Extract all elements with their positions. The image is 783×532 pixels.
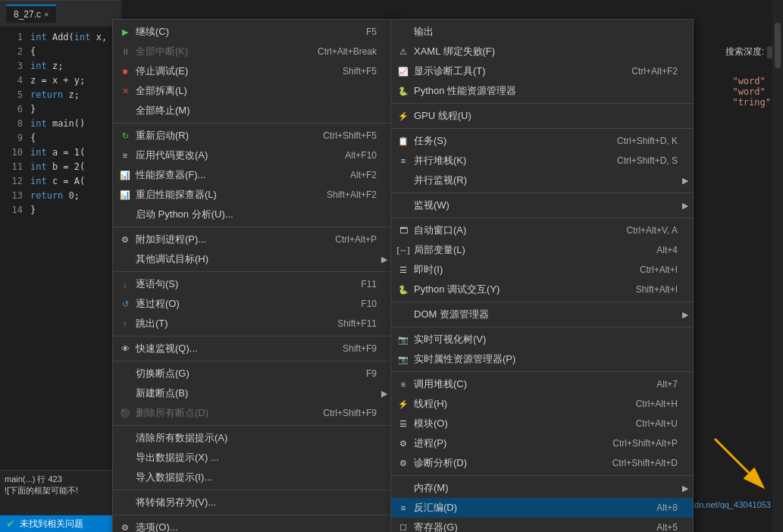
- code-editor[interactable]: int Add(int x, { int z; z = x + y; retur…: [27, 27, 125, 217]
- menu-item-callstack[interactable]: ≡ 调用堆栈(C) Alt+7: [391, 374, 693, 394]
- tab-close-button[interactable]: ×: [44, 10, 49, 19]
- menu-item-step-into[interactable]: ↓ 逐语句(S) F11: [113, 274, 392, 294]
- menu-label: Python 调试交互(Y): [414, 283, 606, 296]
- menu-item-memory[interactable]: 内存(M) ▶: [391, 478, 693, 498]
- modules-icon: ☰: [397, 418, 409, 430]
- gpu-icon: ⚡: [397, 110, 409, 122]
- menu-item-quickwatch[interactable]: 👁 快速监视(Q)... Shift+F9: [113, 339, 392, 358]
- menu-item-continue[interactable]: ▶ 继续(C) F5: [113, 22, 392, 42]
- menu-label: 其他调试目标(H): [136, 252, 377, 266]
- python-prof-icon: [119, 208, 131, 221]
- menu-item-save-dump[interactable]: 将转储另存为(V)...: [113, 493, 392, 512]
- menu-label: 调用堆栈(C): [414, 377, 626, 391]
- editor-background: 8_27.c × 1 2 3 4 5 6 8 9 10 11 12 13 14 …: [0, 0, 121, 532]
- stop-icon: ■: [119, 65, 131, 77]
- tab-item-file[interactable]: 8_27.c ×: [6, 5, 56, 23]
- menu-item-apply-code[interactable]: ≡ 应用代码更改(A) Alt+F10: [113, 146, 392, 165]
- menu-shortcut: Alt+8: [656, 502, 678, 513]
- arrow-svg: [707, 431, 768, 492]
- menu-shortcut: Shift+Alt+I: [636, 284, 678, 295]
- export-dt-icon: [119, 452, 131, 464]
- menu-label: 线程(H): [414, 397, 606, 411]
- menu-label: DOM 资源管理器: [414, 308, 678, 321]
- tasks-icon: 📋: [397, 135, 409, 147]
- menu-item-perf-profiler[interactable]: 📊 性能探查器(F)... Alt+F2: [113, 165, 392, 185]
- menu-item-diagnostic-analysis[interactable]: ⚙ 诊断分析(D) Ctrl+Shift+Alt+D: [391, 453, 693, 473]
- menu-label: 启动 Python 分析(U)...: [136, 208, 377, 221]
- menu-item-python-debug[interactable]: 🐍 Python 调试交互(Y) Shift+Alt+I: [391, 280, 693, 299]
- menu-item-processes[interactable]: ⚙ 进程(P) Ctrl+Shift+Alt+P: [391, 433, 693, 453]
- menu-item-restart-profiler[interactable]: 📊 重启性能探查器(L) Shift+Alt+F2: [113, 185, 392, 205]
- xaml-icon: ⚠: [397, 45, 409, 58]
- menu-item-export-datatips[interactable]: 导出数据提示(X) ...: [113, 448, 392, 468]
- menu-item-tasks[interactable]: 📋 任务(S) Ctrl+Shift+D, K: [391, 131, 693, 151]
- menu-label: 全部终止(M): [136, 104, 377, 117]
- menu-item-diag-tools[interactable]: 📈 显示诊断工具(T) Ctrl+Alt+F2: [391, 61, 693, 81]
- autos-icon: 🗔: [397, 224, 409, 236]
- menu-item-parallel-stacks[interactable]: ≡ 并行堆栈(K) Ctrl+Shift+D, S: [391, 151, 693, 171]
- menu-label: 局部变量(L): [414, 243, 626, 257]
- menu-item-modules[interactable]: ☰ 模块(O) Ctrl+Alt+U: [391, 414, 693, 433]
- import-dt-icon: [119, 471, 131, 483]
- disasm-icon: ≡: [397, 502, 409, 514]
- menu-item-detach-all[interactable]: ✕ 全部拆离(L): [113, 81, 392, 101]
- menu-item-gpu-threads[interactable]: ⚡ GPU 线程(U): [391, 106, 693, 126]
- menu-item-threads[interactable]: ⚡ 线程(H) Ctrl+Alt+H: [391, 394, 693, 414]
- menu-item-dom-explorer[interactable]: DOM 资源管理器 ▶: [391, 305, 693, 324]
- menu-shortcut: Shift+F11: [337, 318, 377, 329]
- menu-shortcut: F9: [366, 368, 377, 379]
- restart-prof-icon: 📊: [119, 189, 131, 201]
- menu-item-live-tree[interactable]: 📷 实时可视化树(V): [391, 330, 693, 349]
- menu-item-locals[interactable]: [↔] 局部变量(L) Alt+4: [391, 240, 693, 260]
- separator: [391, 327, 693, 327]
- menu-item-registers[interactable]: ☐ 寄存器(G) Alt+5: [391, 518, 693, 532]
- restart-icon: ↻: [119, 130, 131, 142]
- menu-item-immediate[interactable]: ☰ 即时(I) Ctrl+Alt+I: [391, 260, 693, 280]
- menu-item-attach-process[interactable]: ⚙ 附加到进程(P)... Ctrl+Alt+P: [113, 230, 392, 249]
- menu-item-options[interactable]: ⚙ 选项(O)...: [113, 518, 392, 532]
- menu-shortcut: Alt+5: [656, 522, 678, 532]
- scroll-thumb[interactable]: [775, 23, 781, 68]
- clear-dt-icon: [119, 432, 131, 444]
- menu-item-new-bp[interactable]: 新建断点(B) ▶: [113, 383, 392, 403]
- menu-label: 反汇编(D): [414, 501, 626, 515]
- code-line: int a = 1(: [27, 146, 125, 160]
- menu-item-restart[interactable]: ↻ 重新启动(R) Ctrl+Shift+F5: [113, 126, 392, 146]
- menu-item-terminate-all[interactable]: 全部终止(M): [113, 101, 392, 120]
- menu-label: 监视(W): [414, 199, 678, 212]
- menu-label: 实时可视化树(V): [414, 333, 678, 346]
- menu-item-xaml-binding[interactable]: ⚠ XAML 绑定失败(F): [391, 42, 693, 61]
- menu-item-stop-debug[interactable]: ■ 停止调试(E) Shift+F5: [113, 61, 392, 81]
- menu-label: 自动窗口(A): [414, 224, 596, 237]
- scrollbar[interactable]: [772, 0, 783, 532]
- menu-label: 性能探查器(F)...: [136, 168, 320, 182]
- menu-shortcut: Ctrl+Shift+F9: [323, 408, 377, 418]
- diag-icon: 📈: [397, 65, 409, 77]
- menu-item-delete-all-bp[interactable]: ⚫ 删除所有断点(D) Ctrl+Shift+F9: [113, 403, 392, 423]
- menu-item-watch[interactable]: 监视(W) ▶: [391, 196, 693, 215]
- save-dump-icon: [119, 496, 131, 509]
- menu-item-other-targets[interactable]: 其他调试目标(H) ▶: [113, 249, 392, 269]
- menu-label: 并行堆栈(K): [414, 154, 587, 167]
- menu-item-autos[interactable]: 🗔 自动窗口(A) Ctrl+Alt+V, A: [391, 221, 693, 240]
- python-debug-icon: 🐍: [397, 283, 409, 296]
- menu-item-python-perf[interactable]: 🐍 Python 性能资源管理器: [391, 81, 693, 101]
- menu-item-step-out[interactable]: ↑ 跳出(T) Shift+F11: [113, 314, 392, 333]
- menu-item-break-all[interactable]: ⏸ 全部中断(K) Ctrl+Alt+Break: [113, 42, 392, 61]
- menu-shortcut: Ctrl+Shift+F5: [323, 130, 377, 141]
- search-depth-label: 搜索深度:: [725, 45, 764, 58]
- menu-item-output[interactable]: 输出: [391, 22, 693, 42]
- menu-shortcut: Ctrl+Alt+H: [636, 399, 678, 409]
- callstack-icon: ≡: [397, 378, 409, 390]
- menu-item-python-profiler[interactable]: 启动 Python 分析(U)...: [113, 205, 392, 224]
- menu-item-live-props[interactable]: 📷 实时属性资源管理器(P): [391, 349, 693, 369]
- processes-icon: ⚙: [397, 437, 409, 449]
- menu-item-disassembly[interactable]: ≡ 反汇编(D) Alt+8: [391, 498, 693, 518]
- menu-item-parallel-watch[interactable]: 并行监视(R) ▶: [391, 171, 693, 190]
- menu-item-toggle-bp[interactable]: 切换断点(G) F9: [113, 364, 392, 383]
- menu-item-import-datatips[interactable]: 导入数据提示(I)...: [113, 468, 392, 487]
- menu-item-clear-datatips[interactable]: 清除所有数据提示(A): [113, 428, 392, 448]
- menu-item-step-over[interactable]: ↺ 逐过程(O) F10: [113, 294, 392, 314]
- callstack-line: main(...) 行 423: [5, 474, 117, 485]
- continue-icon: ▶: [119, 26, 131, 38]
